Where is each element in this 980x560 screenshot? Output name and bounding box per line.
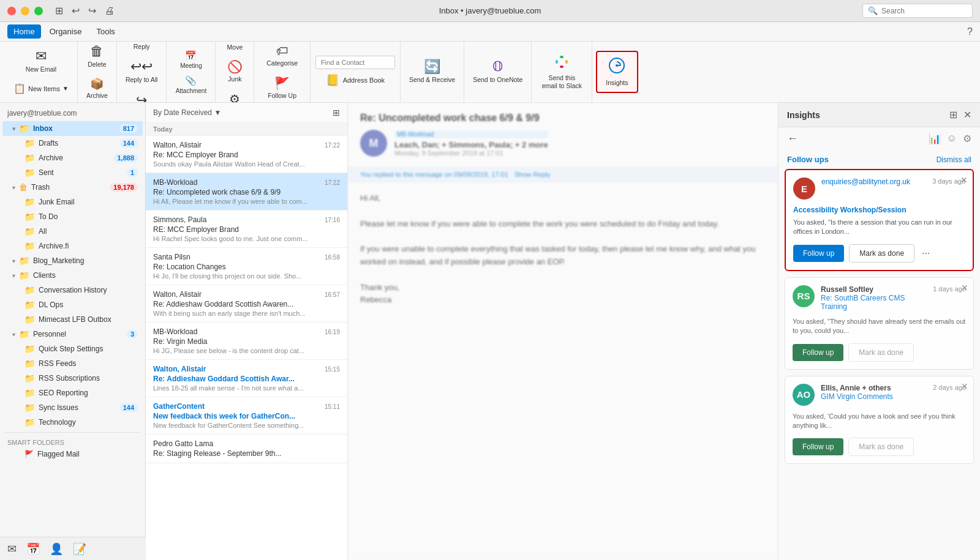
find-contact-input[interactable] xyxy=(315,56,395,69)
emoji-icon[interactable]: ☺ xyxy=(947,133,957,144)
sidebar-item-rss-subs[interactable]: 📁 RSS Subscriptions xyxy=(2,371,143,386)
insights-icon xyxy=(608,57,625,77)
more-options-button[interactable]: ··· xyxy=(919,245,932,261)
traffic-lights[interactable] xyxy=(7,7,43,15)
menu-home[interactable]: Home xyxy=(7,24,41,39)
sidebar-item-rss-feeds[interactable]: 📁 RSS Feeds xyxy=(2,356,143,371)
dismiss-all-button[interactable]: Dismiss all xyxy=(937,155,971,164)
sidebar-item-quickstep[interactable]: 📁 Quick Step Settings xyxy=(2,342,143,356)
email-item[interactable]: Walton, Alistair 17:22 Re: MCC Employer … xyxy=(146,136,347,173)
help-icon[interactable]: ? xyxy=(967,26,973,37)
sidebar-item-sent[interactable]: 📁 Sent 1 xyxy=(2,165,143,180)
sidebar-item-clients[interactable]: ▾ 📁 Clients xyxy=(2,268,143,283)
follow-up-button[interactable]: Follow up xyxy=(793,245,844,262)
email-item[interactable]: Walton, Alistair 15:15 Re: Addieshaw God… xyxy=(146,360,347,397)
svg-rect-1 xyxy=(560,56,564,58)
sidebar-item-personnel[interactable]: ▾ 📁 Personnel 3 xyxy=(2,327,143,342)
search-bar[interactable]: 🔍 xyxy=(862,4,973,18)
forward-button[interactable]: ↪ Forward xyxy=(125,90,159,103)
send-receive-button[interactable]: 🔄 Send & Receive xyxy=(404,56,460,88)
settings-icon[interactable]: ⚙ xyxy=(963,133,971,144)
rules-button[interactable]: ⚙ Rules xyxy=(219,89,250,103)
sidebar-item-sync[interactable]: 📁 Sync Issues 144 xyxy=(2,400,143,415)
menu-tools[interactable]: Tools xyxy=(90,24,121,39)
email-item[interactable]: Simmons, Paula 17:16 RE: MCC Employer Br… xyxy=(146,211,347,248)
attachment-button[interactable]: 📎 Attachment xyxy=(172,73,211,96)
follow-up-button[interactable]: Follow up xyxy=(793,344,843,361)
email-item[interactable]: Pedro Gatto Lama Re: Staging Release - S… xyxy=(146,435,347,463)
sidebar: javery@trueblue.com ▾ 📁 Inbox 817 📁 Draf… xyxy=(0,103,146,560)
ribbon-group-new: ✉ New Email 📋 New Items ▼ xyxy=(5,42,78,102)
sidebar-item-inbox[interactable]: ▾ 📁 Inbox 817 xyxy=(2,121,143,136)
follow-up-button[interactable]: 🚩 Follow Up xyxy=(263,73,301,103)
print-icon[interactable]: 🖨 xyxy=(105,6,115,17)
address-book-button[interactable]: 📒 Address Book xyxy=(322,72,388,89)
close-icon[interactable]: ✕ xyxy=(963,109,971,121)
folder-icon: 📁 xyxy=(24,197,35,207)
meeting-button[interactable]: 📅 Meeting xyxy=(176,48,206,71)
people-icon[interactable]: 👤 xyxy=(50,542,63,556)
undo-icon[interactable]: ↩ xyxy=(72,5,80,17)
calendar-icon[interactable]: 📅 xyxy=(26,542,40,556)
card-close-button[interactable]: ✕ xyxy=(960,175,968,185)
send-to-slack-button[interactable]: Send this email to Slack xyxy=(535,51,588,93)
sidebar-item-dlops[interactable]: 📁 DL Ops xyxy=(2,297,143,312)
sidebar-item-technology[interactable]: 📁 Technology xyxy=(2,415,143,430)
notes-icon[interactable]: 📝 xyxy=(73,542,86,556)
follow-up-button[interactable]: Follow up xyxy=(793,438,843,455)
expand-icon: ▾ xyxy=(12,272,15,279)
email-item[interactable]: MB-Workload 17:22 Re: Uncompleted work c… xyxy=(146,173,347,211)
move-button[interactable]: 📂 Move xyxy=(219,42,250,54)
mail-icon[interactable]: ✉ xyxy=(7,542,17,556)
sidebar-item-junk[interactable]: 📁 Junk Email xyxy=(2,195,143,209)
junk-button[interactable]: 🚫 Junk xyxy=(219,57,250,87)
sidebar-item-seo[interactable]: 📁 SEO Reporting xyxy=(2,386,143,400)
back-button[interactable]: ← xyxy=(787,132,798,145)
sidebar-item-todo[interactable]: 📁 To Do xyxy=(2,209,143,224)
card-close-button[interactable]: ✕ xyxy=(961,381,968,391)
redo-icon[interactable]: ↪ xyxy=(88,5,96,17)
mark-done-button[interactable]: Mark as done xyxy=(848,438,914,456)
sidebar-item-drafts[interactable]: 📁 Drafts 144 xyxy=(2,136,143,151)
folder-icon: 📁 xyxy=(24,285,35,295)
sidebar-item-mimecast[interactable]: 📁 Mimecast LFB Outbox xyxy=(2,312,143,327)
ribbon-group-contacts: 📒 Address Book xyxy=(311,42,401,102)
card-subject: Accessibility Workshop/Session xyxy=(793,206,965,214)
reply-all-icon: ↩↩ xyxy=(130,60,153,73)
chart-icon[interactable]: 📊 xyxy=(929,133,941,144)
search-input[interactable] xyxy=(881,7,967,15)
categorise-button[interactable]: 🏷 Categorise xyxy=(262,42,303,71)
email-item[interactable]: GatherContent 15:11 New feedback this we… xyxy=(146,397,347,435)
delete-button[interactable]: 🗑 Delete xyxy=(81,42,112,72)
sidebar-item-all[interactable]: 📁 All xyxy=(2,224,143,239)
card-close-button[interactable]: ✕ xyxy=(961,283,968,293)
new-email-button[interactable]: ✉ New Email xyxy=(21,46,61,77)
show-reply-link[interactable]: Show Reply xyxy=(514,171,551,178)
sidebar-item-trash[interactable]: ▾ 🗑 Trash 19,178 xyxy=(2,180,143,195)
email-item[interactable]: MB-Workload 16:19 Re: Virgin Media Hi JG… xyxy=(146,323,347,360)
insights-button[interactable]: Insights xyxy=(596,51,638,93)
send-to-onenote-button[interactable]: 𝕆 Send to OneNote xyxy=(468,56,527,88)
sidebar-item-archive[interactable]: 📁 Archive 1,888 xyxy=(2,151,143,165)
archive-button[interactable]: 📦 Archive xyxy=(81,75,113,103)
ribbon-group-onenote: 𝕆 Send to OneNote xyxy=(464,42,532,102)
flag-icon: 🚩 xyxy=(24,450,34,458)
sidebar-item-conversation[interactable]: 📁 Conversation History xyxy=(2,283,143,297)
menu-organise[interactable]: Organise xyxy=(43,24,88,39)
email-item[interactable]: Santa Pilsn 16:58 Re: Location Changes H… xyxy=(146,248,347,285)
expand-icon[interactable]: ⊞ xyxy=(949,109,957,121)
filter-icon[interactable]: ⊞ xyxy=(333,108,340,118)
fullscreen-button[interactable] xyxy=(34,7,43,15)
sidebar-item-archivefi[interactable]: 📁 Archive.fi xyxy=(2,239,143,253)
sidebar-icon[interactable]: ⊞ xyxy=(55,5,63,17)
mark-done-button[interactable]: Mark as done xyxy=(849,244,914,263)
sidebar-item-blog[interactable]: ▾ 📁 Blog_Marketing xyxy=(2,253,143,268)
mark-done-button[interactable]: Mark as done xyxy=(848,343,914,362)
email-item[interactable]: Walton, Alistair 16:57 Re: Addieshaw God… xyxy=(146,285,347,323)
sidebar-item-flagged[interactable]: 🚩 Flagged Mail xyxy=(2,447,143,461)
minimize-button[interactable] xyxy=(21,7,29,15)
reply-all-button[interactable]: ↩↩ Reply to All xyxy=(121,56,163,88)
new-items-button[interactable]: 📋 New Items ▼ xyxy=(9,79,74,98)
reply-button[interactable]: ↩ Reply xyxy=(126,42,157,54)
close-button[interactable] xyxy=(7,7,16,15)
